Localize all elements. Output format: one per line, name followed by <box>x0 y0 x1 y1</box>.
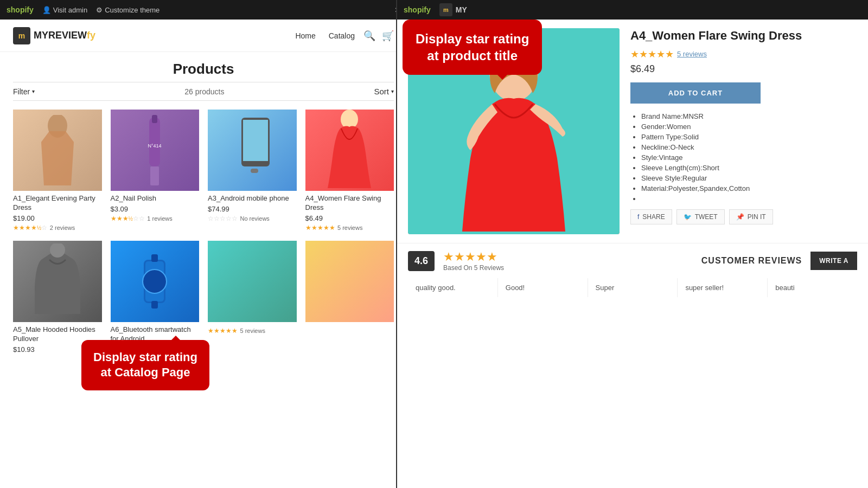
spec-pattern: Pattern Type:Solid <box>641 133 857 141</box>
product-image-5 <box>111 241 200 322</box>
svg-rect-6 <box>150 166 159 185</box>
review-card-1: Good! <box>498 278 588 297</box>
nav-home[interactable]: Home <box>295 31 315 40</box>
spec-material: Material:Polyester,Spandex,Cotton <box>641 184 857 192</box>
product-image-2 <box>208 110 297 191</box>
product-price-0: $19.00 <box>13 214 102 222</box>
review-card-2: Super <box>588 278 678 297</box>
product-card-7[interactable] <box>305 241 394 354</box>
svg-point-15 <box>143 269 167 293</box>
social-buttons: f SHARE 🐦 TWEET 📌 PIN IT <box>630 209 857 224</box>
product-price-3: $6.49 <box>305 214 394 222</box>
svg-point-11 <box>341 110 358 129</box>
add-to-cart-button[interactable]: ADD TO CART <box>630 82 761 104</box>
product-stars-1: ★★★½☆☆ 1 reviews <box>111 213 200 223</box>
callout-product-title: Display star rating at product title <box>403 20 542 75</box>
store-nav-icons: 🔍 🛒 <box>363 30 394 42</box>
svg-rect-16 <box>151 254 158 262</box>
product-card-6[interactable]: ★★★★★ 5 reviews <box>208 241 297 354</box>
products-section: Products Filter ▾ 26 products Sort ▾ A1_… <box>0 52 407 354</box>
svg-rect-17 <box>151 301 158 309</box>
product-name-1: A2_Nail Polish <box>111 194 200 203</box>
search-icon[interactable]: 🔍 <box>363 30 375 42</box>
products-toolbar: Filter ▾ 26 products Sort ▾ <box>13 82 394 101</box>
review-card-3: super seller! <box>678 278 768 297</box>
twitter-icon: 🐦 <box>684 213 692 221</box>
write-review-button[interactable]: WRITE A <box>810 252 857 270</box>
product-stars-6: ★★★★★ 5 reviews <box>208 325 297 335</box>
customize-theme-link[interactable]: ⚙ Customize theme <box>96 6 159 14</box>
storefront-left: m MYREVIEWfy Home Catalog 🔍 🛒 Products F… <box>0 20 407 488</box>
product-price-1: $3.09 <box>111 205 200 213</box>
visit-admin-link[interactable]: 👤 Visit admin <box>42 6 87 14</box>
gear-icon: ⚙ <box>96 6 103 14</box>
product-image-1: N°414 <box>111 110 200 191</box>
svg-rect-3 <box>149 118 160 166</box>
svg-rect-4 <box>152 115 157 123</box>
shopify-logo-left: shopify <box>7 5 34 14</box>
review-count-link[interactable]: 5 reviews <box>677 50 707 58</box>
spec-extra <box>641 195 857 203</box>
rating-badge: 4.6 <box>408 251 435 271</box>
product-image-4 <box>13 241 102 322</box>
product-detail-stars: ★★★★★ 5 reviews <box>630 48 857 60</box>
spec-sleeve-length: Sleeve Length(cm):Short <box>641 164 857 172</box>
spec-sleeve-style: Sleeve Style:Regular <box>641 174 857 182</box>
product-name-2: A3_Android mobile phone <box>208 194 297 203</box>
facebook-icon: f <box>637 213 639 221</box>
product-detail-title: A4_Women Flare Swing Dress <box>630 28 857 44</box>
spec-neckline: Neckline:O-Neck <box>641 143 857 151</box>
chevron-down-icon: ▾ <box>32 88 35 94</box>
logo-icon-right: m <box>439 3 452 16</box>
cart-icon[interactable]: 🛒 <box>382 30 394 42</box>
product-stars-0: ★★★★½☆ 2 reviews <box>13 222 102 232</box>
product-card-2[interactable]: A3_Android mobile phone $74.99 ☆☆☆☆☆ No … <box>208 110 297 232</box>
sort-button[interactable]: Sort ▾ <box>374 87 394 96</box>
product-card-1[interactable]: N°414 A2_Nail Polish $3.09 ★★★½☆☆ 1 revi… <box>111 110 200 232</box>
store-logo-right: m MY <box>439 3 467 16</box>
rating-stars-big: ★★★★★ Based On 5 Reviews <box>443 250 504 272</box>
review-card-4: beauti <box>768 278 857 297</box>
products-count: 26 products <box>184 87 224 96</box>
reviews-header: 4.6 ★★★★★ Based On 5 Reviews CUSTOMER RE… <box>408 250 857 272</box>
share-button[interactable]: f SHARE <box>630 209 672 224</box>
logo-text: MYREVIEWfy <box>34 30 95 41</box>
product-image-0 <box>13 110 102 191</box>
review-card-0: quality good. <box>408 278 498 297</box>
reviews-title: CUSTOMER REVIEWS <box>701 256 802 266</box>
reviews-section: 4.6 ★★★★★ Based On 5 Reviews CUSTOMER RE… <box>397 243 868 304</box>
review-cards: quality good. Good! Super super seller! … <box>408 278 857 297</box>
svg-text:N°414: N°414 <box>148 143 162 149</box>
right-panel: shopify m MY Display star rating at prod… <box>396 0 868 488</box>
pin-button[interactable]: 📌 PIN IT <box>729 209 773 224</box>
logo-icon: m <box>13 27 30 44</box>
svg-marker-2 <box>41 131 74 185</box>
spec-brand: Brand Name:MNSR <box>641 112 857 120</box>
callout-catalog: Display star rating at Catalog Page <box>81 340 209 390</box>
product-name-0: A1_Elegant Evening Party Dress <box>13 194 102 213</box>
store-nav: Home Catalog <box>295 31 355 40</box>
shopify-logo-right: shopify <box>404 5 431 14</box>
product-card-3[interactable]: A4_Women Flare Swing Dress $6.49 ★★★★★ 5… <box>305 110 394 232</box>
store-logo: m MYREVIEWfy <box>13 27 95 44</box>
pinterest-icon: 📌 <box>736 213 744 221</box>
admin-bar-left: shopify 👤 Visit admin ⚙ Customize theme … <box>0 0 407 20</box>
product-card-0[interactable]: A1_Elegant Evening Party Dress $19.00 ★★… <box>13 110 102 232</box>
product-price-2: $74.99 <box>208 205 297 213</box>
tweet-button[interactable]: 🐦 TWEET <box>676 209 725 224</box>
person-icon: 👤 <box>42 6 51 14</box>
product-card-4[interactable]: A5_Male Hooded Hoodies Pullover $10.93 <box>13 241 102 354</box>
filter-button[interactable]: Filter ▾ <box>13 87 35 96</box>
spec-gender: Gender:Women <box>641 123 857 131</box>
chevron-down-icon-sort: ▾ <box>391 88 394 94</box>
product-specs: Brand Name:MNSR Gender:Women Pattern Typ… <box>630 112 857 203</box>
spec-style: Style:Vintage <box>641 153 857 162</box>
product-stars-2: ☆☆☆☆☆ No reviews <box>208 213 297 223</box>
product-image-6 <box>208 241 297 322</box>
svg-rect-8 <box>243 120 268 161</box>
nav-catalog[interactable]: Catalog <box>329 31 355 40</box>
product-image-3 <box>305 110 394 191</box>
svg-rect-10 <box>251 169 258 173</box>
product-card-5[interactable]: A6_Bluetooth smartwatch for Android $13.… <box>111 241 200 354</box>
admin-bar-right: shopify m MY <box>397 0 868 20</box>
